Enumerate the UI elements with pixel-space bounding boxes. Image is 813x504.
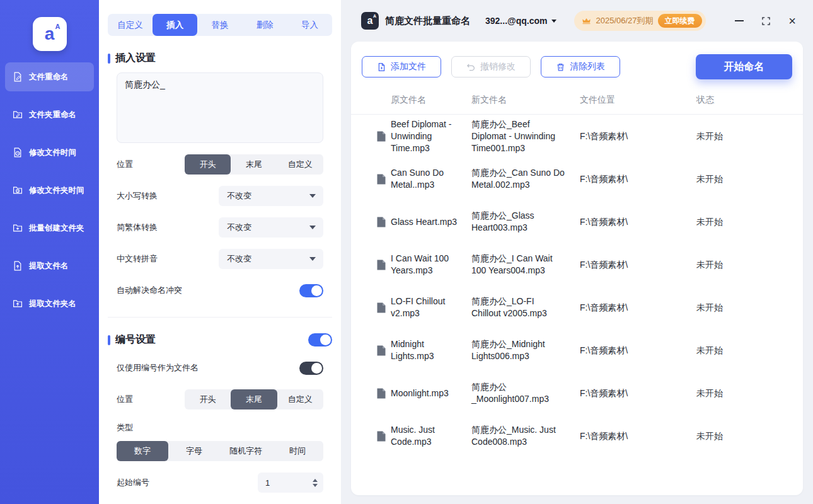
sidebar-item-label: 文件夹重命名	[29, 110, 76, 120]
traditional-convert-row: 简繁体转换 不改变	[117, 217, 323, 238]
type-option-number[interactable]: 数字	[117, 441, 168, 461]
numbering-toggle[interactable]	[308, 333, 332, 346]
tab-replace[interactable]: 替换	[197, 14, 242, 36]
folder-rename-icon	[13, 110, 23, 120]
stepper-icon[interactable]	[313, 479, 318, 487]
header-file-location: 文件位置	[580, 94, 696, 106]
insert-settings-title: 插入设置	[108, 52, 332, 65]
position-option-end[interactable]: 末尾	[231, 389, 277, 410]
extract-foldername-icon	[13, 299, 23, 309]
start-rename-button[interactable]: 开始命名	[696, 54, 792, 79]
sidebar-item-folder-rename[interactable]: 文件夹重命名	[5, 100, 94, 129]
original-filename-cell: Glass Heart.mp3	[391, 216, 471, 228]
sidebar-item-file-time[interactable]: 修改文件时间	[5, 138, 94, 167]
status-cell: 未开始	[696, 130, 788, 142]
minimize-button[interactable]	[730, 11, 749, 30]
table-row[interactable]: Music. Just Code.mp3 简鹿办公_Music. Just Co…	[351, 415, 803, 457]
position-option-custom[interactable]: 自定义	[277, 389, 323, 410]
close-button[interactable]: ×	[783, 11, 802, 30]
sidebar-item-folder-time[interactable]: 修改文件夹时间	[5, 176, 94, 205]
conflict-toggle[interactable]	[299, 284, 323, 297]
account-email: 392...@qq.com	[485, 16, 547, 26]
add-file-icon	[377, 62, 386, 72]
section-divider	[108, 317, 332, 318]
type-option-time[interactable]: 时间	[272, 441, 323, 461]
minimize-icon	[735, 20, 744, 21]
sidebar-item-extract-foldername[interactable]: 提取文件夹名	[5, 289, 94, 318]
app-title: 简鹿文件批量重命名	[385, 15, 470, 27]
numbering-type-segmented: 数字 字母 随机字符 时间	[117, 441, 323, 461]
maximize-button[interactable]	[756, 11, 775, 30]
toggle-knob	[320, 335, 331, 345]
tab-bar: 自定义 插入 替换 删除 导入	[108, 14, 332, 36]
toggle-knob	[311, 363, 322, 374]
traditional-convert-label: 简繁体转换	[117, 222, 158, 233]
tab-delete[interactable]: 删除	[243, 14, 287, 36]
extract-filename-icon	[13, 261, 23, 271]
tab-insert[interactable]: 插入	[153, 14, 197, 36]
case-convert-label: 大小写转换	[117, 190, 158, 202]
sidebar: a A 文件重命名 文件夹重命名 修改文件时间	[0, 0, 99, 504]
table-header: 原文件名 新文件名 文件位置 状态	[351, 79, 803, 115]
clear-list-label: 清除列表	[570, 61, 605, 72]
numbering-settings-content: 仅使用编号作为文件名 位置 开头 末尾 自定义 类型 数字 字母 随机字符 时间…	[108, 358, 332, 504]
table-row[interactable]: Moonlight.mp3 简鹿办公_Moonlight007.mp3 F:\音…	[351, 372, 803, 415]
position-label: 位置	[117, 159, 133, 170]
add-files-button[interactable]: 添加文件	[362, 56, 441, 77]
main-area: aA 简鹿文件批量重命名 392...@qq.com 2025/06/27到期 …	[341, 0, 813, 504]
expiry-badge: 2025/06/27到期 立即续费	[574, 11, 705, 31]
pinyin-convert-select[interactable]: 不改变	[219, 249, 323, 269]
insert-text-input[interactable]: 简鹿办公_	[117, 72, 323, 143]
clear-list-icon	[556, 62, 565, 72]
tab-import[interactable]: 导入	[287, 14, 332, 36]
renew-button[interactable]: 立即续费	[658, 14, 702, 28]
insert-position-segmented: 开头 末尾 自定义	[185, 154, 323, 175]
conflict-row: 自动解决命名冲突	[117, 280, 323, 301]
file-location-cell: F:\音频素材\	[580, 302, 696, 314]
case-convert-select[interactable]: 不改变	[219, 186, 323, 206]
type-option-letter[interactable]: 字母	[168, 441, 220, 461]
numbering-position-row: 位置 开头 末尾 自定义	[117, 389, 323, 410]
position-option-custom[interactable]: 自定义	[277, 154, 323, 175]
sidebar-item-label: 批量创建文件夹	[29, 223, 84, 234]
clear-list-button[interactable]: 清除列表	[541, 56, 620, 77]
position-option-start[interactable]: 开头	[185, 154, 231, 175]
type-option-random[interactable]: 随机字符	[220, 441, 272, 461]
file-icon	[377, 217, 391, 227]
tab-custom[interactable]: 自定义	[108, 14, 153, 36]
position-option-start[interactable]: 开头	[185, 389, 231, 410]
table-row[interactable]: Midnight Lights.mp3 简鹿办公_Midnight Lights…	[351, 329, 803, 372]
section-title-text: 插入设置	[115, 52, 156, 65]
start-number-input[interactable]: 1	[258, 472, 323, 493]
original-filename-cell: I Can Wait 100 Years.mp3	[391, 253, 471, 277]
position-label: 位置	[117, 394, 133, 405]
table-row[interactable]: Beef Diplomat - Unwinding Time.mp3 简鹿办公_…	[351, 115, 803, 158]
file-icon	[377, 174, 391, 185]
undo-button[interactable]: 撤销修改	[451, 56, 531, 77]
sidebar-item-extract-filename[interactable]: 提取文件名	[5, 251, 94, 280]
conflict-label: 自动解决命名冲突	[117, 285, 182, 296]
file-location-cell: F:\音频素材\	[580, 216, 696, 228]
table-row[interactable]: Can Suno Do Metal..mp3 简鹿办公_Can Suno Do …	[351, 158, 803, 200]
logo-letter-small: A	[55, 23, 61, 30]
account-menu[interactable]: 392...@qq.com	[485, 16, 556, 26]
pinyin-convert-row: 中文转拼音 不改变	[117, 249, 323, 269]
table-row[interactable]: Glass Heart.mp3 简鹿办公_Glass Heart003.mp3 …	[351, 200, 803, 243]
app-icon-small-a: A	[373, 14, 376, 18]
pinyin-convert-label: 中文转拼音	[117, 253, 158, 265]
traditional-convert-value: 不改变	[227, 222, 251, 233]
header-original-filename: 原文件名	[391, 94, 471, 106]
traditional-convert-select[interactable]: 不改变	[219, 217, 323, 238]
only-number-toggle[interactable]	[299, 362, 323, 375]
table-row[interactable]: LO-FI Chillout v2.mp3 简鹿办公_LO-FI Chillou…	[351, 286, 803, 329]
sidebar-item-file-rename[interactable]: 文件重命名	[5, 62, 94, 91]
sidebar-item-batch-create-folder[interactable]: 批量创建文件夹	[5, 214, 94, 243]
batch-create-folder-icon	[13, 223, 23, 233]
table-row[interactable]: I Can Wait 100 Years.mp3 简鹿办公_I Can Wait…	[351, 243, 803, 286]
sidebar-nav: 文件重命名 文件夹重命名 修改文件时间 修改文件夹时间	[0, 62, 99, 318]
new-filename-cell: 简鹿办公_Moonlight007.mp3	[471, 381, 580, 405]
file-rename-icon	[13, 72, 23, 82]
table-body: Beef Diplomat - Unwinding Time.mp3 简鹿办公_…	[351, 115, 803, 457]
status-cell: 未开始	[696, 302, 788, 314]
position-option-end[interactable]: 末尾	[231, 154, 277, 175]
